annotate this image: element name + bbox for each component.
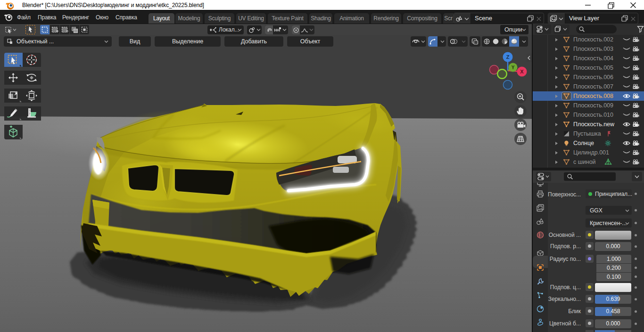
svg-text:X: X	[520, 69, 524, 74]
svg-text:Y: Y	[512, 65, 515, 70]
svg-text:Z: Z	[506, 54, 510, 60]
